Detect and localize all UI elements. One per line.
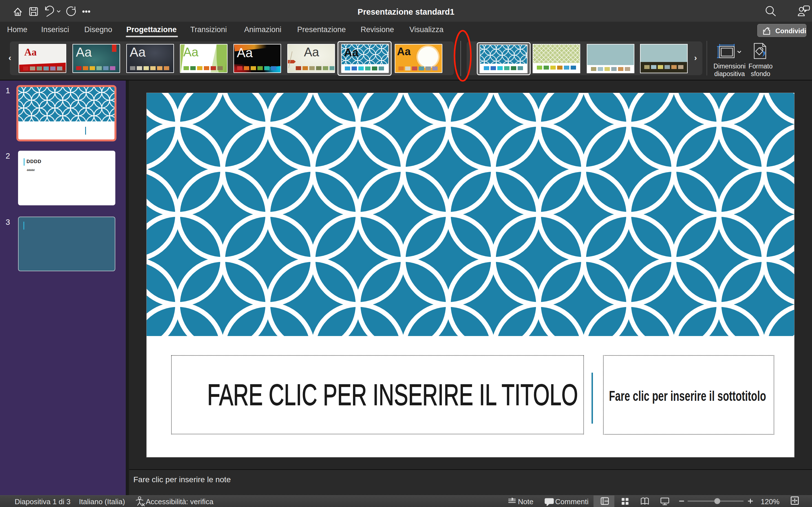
svg-text:FARE CLIC PER INSERIRE IL TITO: FARE CLIC PER INSERIRE IL TITOLO <box>207 378 578 411</box>
svg-text:Fare clic per inserire il sott: Fare clic per inserire il sottotitolo <box>609 388 766 404</box>
